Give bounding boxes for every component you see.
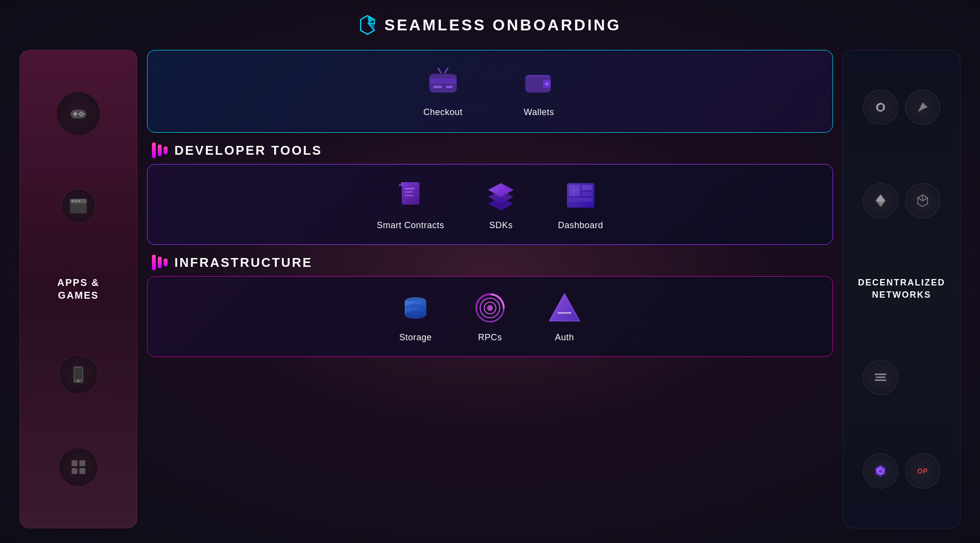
dev-tools-title: DEVELOPER TOOLS xyxy=(174,143,322,158)
chainlink-icon-circle xyxy=(863,90,898,125)
contracts-icon xyxy=(393,178,428,213)
solana-icon-circle xyxy=(863,360,898,395)
checkout-label: Checkout xyxy=(423,107,463,118)
svg-line-64 xyxy=(918,198,923,201)
decentralized-networks-panel: DECENTRALIZED NETWORKS xyxy=(843,50,960,528)
wallets-icon xyxy=(521,65,557,100)
svg-rect-15 xyxy=(72,460,77,466)
infra-box: Storage RP xyxy=(147,276,833,357)
auth-label: Auth xyxy=(555,332,574,343)
dev-tools-decoration xyxy=(152,142,168,158)
storage-icon-wrapper xyxy=(398,290,433,326)
svg-rect-67 xyxy=(876,377,885,378)
svg-rect-16 xyxy=(79,460,85,466)
main-layout: APPS & GAMES xyxy=(20,50,960,528)
sdks-item: SDKs xyxy=(483,178,518,231)
onboarding-section: Checkout Wallets xyxy=(147,50,833,133)
checkout-icon xyxy=(425,65,461,100)
apps-games-panel: APPS & GAMES xyxy=(20,50,137,528)
storage-item: Storage xyxy=(398,290,433,343)
dashboard-label: Dashboard xyxy=(558,220,603,231)
box3d-icon xyxy=(914,192,931,210)
checkout-icon-wrapper xyxy=(425,65,461,100)
sdks-icon-wrapper xyxy=(483,178,518,213)
svg-line-65 xyxy=(923,198,928,201)
svg-marker-57 xyxy=(918,102,928,112)
svg-rect-40 xyxy=(582,185,592,190)
sdks-label: SDKs xyxy=(489,220,513,231)
svg-rect-20 xyxy=(429,79,457,84)
apps-games-label: APPS & GAMES xyxy=(57,276,99,302)
chainlink-icon xyxy=(872,98,889,116)
rpcs-icon-wrapper xyxy=(472,290,508,326)
optimism-label: OP xyxy=(917,467,928,475)
onboarding-items: Checkout Wallets xyxy=(423,65,557,118)
grid-icon-circle xyxy=(59,448,98,487)
svg-rect-13 xyxy=(74,368,82,379)
gamepad-icon-circle xyxy=(56,92,100,136)
box3d-icon-circle xyxy=(905,183,940,218)
gamepad-icon xyxy=(68,103,89,124)
svg-rect-29 xyxy=(402,182,419,205)
dashboard-icon xyxy=(563,178,598,213)
rpcs-icon xyxy=(472,290,508,326)
optimism-icon-circle: OP xyxy=(905,453,940,489)
svg-point-9 xyxy=(72,200,74,202)
svg-point-53 xyxy=(487,305,493,311)
mobile-icon-circle xyxy=(59,355,98,394)
smart-contracts-item: Smart Contracts xyxy=(377,178,444,231)
decentralized-networks-label: DECENTRALIZED NETWORKS xyxy=(858,277,945,301)
network-grid-solana xyxy=(863,360,940,395)
smart-contracts-label: Smart Contracts xyxy=(377,220,444,231)
svg-point-49 xyxy=(405,311,426,319)
dev-tools-header: DEVELOPER TOOLS xyxy=(147,142,833,158)
rpcs-label: RPCs xyxy=(478,332,502,343)
svg-rect-32 xyxy=(405,195,414,196)
polygon-icon-circle xyxy=(863,453,898,489)
svg-line-23 xyxy=(438,68,441,73)
svg-rect-68 xyxy=(875,379,886,381)
network-grid-top xyxy=(863,90,940,125)
solana-icon xyxy=(872,369,889,386)
wallets-label: Wallets xyxy=(524,107,554,118)
svg-point-10 xyxy=(75,200,77,202)
window-icon-circle xyxy=(61,189,96,223)
grid-icon xyxy=(68,456,89,478)
svg-point-6 xyxy=(78,113,80,115)
network-grid-bottom: OP xyxy=(863,453,940,489)
sdks-icon xyxy=(483,178,518,213)
infra-decoration xyxy=(152,255,168,270)
ethereum-icon-circle xyxy=(863,183,898,218)
svg-point-14 xyxy=(77,380,79,382)
checkout-item: Checkout xyxy=(423,65,463,118)
infrastructure-section: INFRASTRUCTURE xyxy=(147,255,833,357)
infra-header: INFRASTRUCTURE xyxy=(147,255,833,270)
svg-rect-41 xyxy=(582,192,592,196)
svg-point-5 xyxy=(80,115,82,117)
svg-rect-66 xyxy=(875,374,886,375)
auth-icon xyxy=(547,290,582,326)
svg-rect-30 xyxy=(405,188,415,189)
infra-title: INFRASTRUCTURE xyxy=(174,255,313,270)
svg-marker-55 xyxy=(550,294,579,321)
header: SEAMLESS ONBOARDING xyxy=(359,15,621,35)
brand-logo xyxy=(359,15,376,35)
storage-label: Storage xyxy=(399,332,432,343)
svg-rect-39 xyxy=(569,185,580,196)
smart-contracts-icon-wrapper xyxy=(393,178,428,213)
svg-rect-2 xyxy=(73,113,77,115)
svg-rect-18 xyxy=(79,468,85,474)
network-grid-middle xyxy=(863,183,940,218)
dashboard-icon-wrapper xyxy=(563,178,598,213)
window-icon xyxy=(68,195,89,217)
svg-rect-17 xyxy=(72,468,77,474)
svg-line-24 xyxy=(445,68,448,73)
wallets-icon-wrapper xyxy=(521,65,557,100)
svg-point-27 xyxy=(545,82,548,85)
dev-tools-box: Smart Contracts xyxy=(147,164,833,245)
rpcs-item: RPCs xyxy=(472,290,508,343)
dashboard-item: Dashboard xyxy=(558,178,603,231)
page-title: SEAMLESS ONBOARDING xyxy=(384,16,621,34)
auth-item: Auth xyxy=(547,290,582,343)
polygon-icon xyxy=(872,462,889,480)
